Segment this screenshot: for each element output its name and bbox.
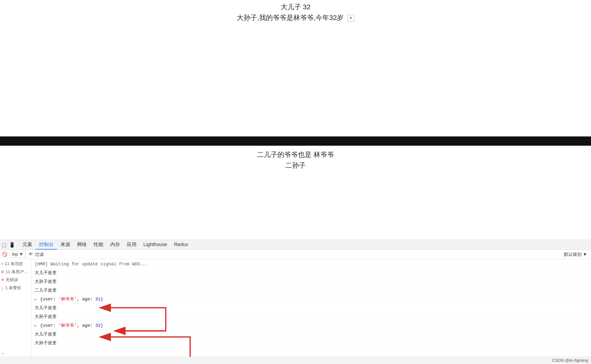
inspect-icon[interactable]: ⬚ (2, 242, 7, 248)
sidebar-item-errors[interactable]: ✕ 无错误 (1, 277, 30, 283)
log-brace-close-4: } (101, 297, 103, 302)
user-messages-label: 11 条用户... (6, 269, 27, 275)
user-messages-icon: ⊖ (1, 269, 4, 274)
log-sep-7: , age: (77, 323, 95, 328)
log-text-1: 大儿子改变 (35, 270, 57, 275)
log-val-4b: 31 (95, 297, 101, 302)
log-sep-4: , age: (77, 297, 95, 302)
log-text-6: 大孙子改变 (35, 314, 57, 319)
sidebar-item-messages[interactable]: ≡ 11 条消息 (1, 261, 30, 267)
devtools-panel: ⬚ 📱 元素 控制台 来源 网络 性能 内存 应用 Lighthouse Red… (0, 240, 591, 364)
content-line-4: 二孙子 (285, 161, 306, 170)
eye-icon[interactable]: 👁 (29, 252, 33, 257)
log-text-3: 二儿子改变 (35, 288, 57, 293)
log-line-9: 大孙子改变 (35, 339, 588, 348)
log-line-7[interactable]: ▶ {user: '林爷爷', age: 32} (35, 321, 588, 330)
content-text-2: 大孙子,我的爷爷是林爷爷,今年32岁 (237, 14, 344, 21)
expand-icon-7[interactable]: ▶ (35, 324, 36, 328)
content-line-1: 大儿子 32 (281, 2, 311, 12)
tab-lighthouse[interactable]: Lighthouse (140, 240, 171, 249)
tab-application[interactable]: 应用 (123, 240, 140, 249)
tab-redux[interactable]: Redux (171, 240, 192, 249)
tab-performance[interactable]: 性能 (90, 240, 107, 249)
errors-label: 无错误 (6, 277, 18, 283)
context-dropdown-icon: ▼ (19, 252, 23, 257)
sidebar-item-user-messages[interactable]: ⊖ 11 条用户... (1, 269, 30, 275)
clear-console-icon[interactable]: 🚫 (2, 252, 7, 257)
filter-input[interactable] (47, 252, 562, 257)
filter-label: 过滤 (35, 251, 44, 257)
messages-label: 11 条消息 (5, 261, 23, 267)
tab-elements[interactable]: 元素 (19, 240, 36, 249)
messages-icon: ≡ (1, 262, 3, 266)
content-line-3: 二儿子的爷爷也是 林爷爷 (257, 150, 334, 159)
content-below-bar: 二儿子的爷爷也是 林爷爷 二孙子 (0, 146, 591, 172)
plus-button[interactable]: + (347, 15, 354, 22)
log-line-1: 大儿子改变 (35, 269, 588, 278)
log-brace-open-7: { (40, 323, 43, 328)
log-line-5: 大儿子改变 (35, 304, 588, 313)
console-content: ≡ 11 条消息 ⊖ 11 条用户... ✕ 无错误 △ 1 条警告 [HMR] (0, 259, 591, 357)
expand-icon-4[interactable]: ▶ (35, 298, 36, 301)
log-line-2: 大孙子改变 (35, 278, 588, 286)
log-line-hmr: [HMR] Waiting for update signal from WDS… (35, 260, 588, 269)
context-selector[interactable]: top ▼ (10, 251, 26, 258)
device-icon[interactable]: 📱 (9, 242, 15, 248)
tab-console[interactable]: 控制台 (36, 240, 57, 249)
log-key-7a: user: (43, 323, 59, 328)
log-line-6: 大孙子改变 (35, 313, 588, 321)
console-log-area: [HMR] Waiting for update signal from WDS… (32, 259, 591, 349)
log-key-4a: user: (43, 297, 59, 302)
console-toolbar: 🚫 top ▼ 👁 过滤 默认级别 ▼ (0, 250, 591, 259)
log-text-2: 大孙子改变 (35, 279, 57, 284)
tab-memory[interactable]: 内存 (107, 240, 123, 249)
expand-devtools-button[interactable]: › (2, 351, 3, 356)
tab-sources[interactable]: 来源 (57, 240, 74, 249)
errors-icon: ✕ (1, 278, 4, 282)
devtools-status-bar: CSDN @lin-fighting (0, 357, 591, 364)
level-selector[interactable]: 默认级别 ▼ (562, 251, 589, 258)
tab-network[interactable]: 网络 (74, 240, 90, 249)
log-line-8: 大儿子改变 (35, 330, 588, 339)
log-line-4[interactable]: ▶ {user: '林爷爷', age: 31} (35, 295, 588, 304)
log-text-5: 大儿子改变 (35, 306, 57, 310)
context-label: top (12, 252, 18, 257)
main-content: 大儿子 32 大孙子,我的爷爷是林爷爷,今年32岁 + (0, 0, 591, 136)
log-line-3: 二儿子改变 (35, 286, 588, 295)
log-brace-open-4: { (40, 297, 43, 302)
black-bar (0, 136, 591, 146)
log-val-7b: 32 (95, 323, 101, 328)
warnings-label: 1 条警告 (5, 285, 21, 291)
sidebar-panel: ≡ 11 条消息 ⊖ 11 条用户... ✕ 无错误 △ 1 条警告 (0, 259, 32, 357)
log-brace-close-7: } (101, 323, 103, 328)
sidebar-item-warnings[interactable]: △ 1 条警告 (1, 285, 30, 291)
log-text-8: 大儿子改变 (35, 332, 57, 337)
log-text-9: 大孙子改变 (35, 341, 57, 345)
warnings-icon: △ (1, 286, 4, 290)
log-val-4a: '林爷爷' (59, 297, 77, 302)
devtools-tab-bar: ⬚ 📱 元素 控制台 来源 网络 性能 内存 应用 Lighthouse Red… (0, 240, 591, 250)
log-val-7a: '林爷爷' (59, 323, 77, 328)
devtools-icons: ⬚ 📱 (2, 242, 15, 248)
content-line-2: 大孙子,我的爷爷是林爷爷,今年32岁 + (237, 13, 354, 22)
status-text: CSDN @lin-fighting (552, 358, 588, 363)
hmr-text: [HMR] Waiting for update signal from WDS… (35, 262, 148, 267)
